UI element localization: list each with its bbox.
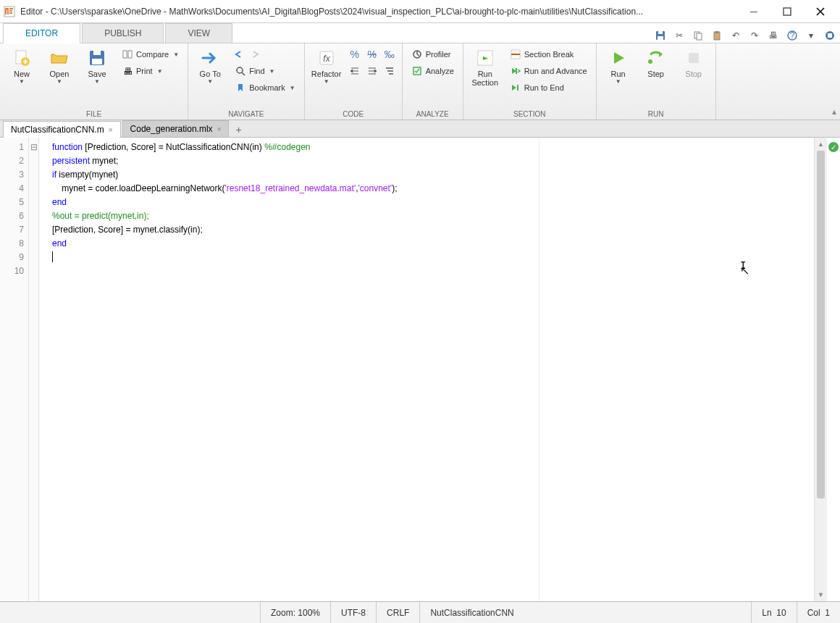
- bookmark-icon: [235, 82, 246, 93]
- close-tab-icon[interactable]: ×: [109, 126, 113, 134]
- code-analyzer-column: ✓: [827, 138, 840, 601]
- comment-icon[interactable]: %: [347, 46, 363, 62]
- close-button[interactable]: [804, 1, 837, 22]
- quick-access-toolbar: ✂ ↶ ↷ 🖶 ? ▾: [653, 28, 840, 43]
- maximize-button[interactable]: [770, 1, 804, 22]
- function-indicator[interactable]: NutClassificationCNN: [420, 602, 752, 623]
- nav-back-icon[interactable]: [230, 46, 246, 62]
- print-button[interactable]: 🖶 Print ▼: [117, 63, 183, 79]
- copy-icon[interactable]: [691, 28, 705, 43]
- scroll-up-icon[interactable]: ▲: [815, 138, 827, 151]
- run-section-button[interactable]: Run Section: [468, 46, 503, 88]
- profiler-button[interactable]: Profiler: [407, 46, 458, 62]
- code-line: mynet = coder.loadDeepLearningNetwork('r…: [52, 182, 814, 196]
- svg-rect-29: [517, 85, 518, 91]
- file-tab-label: Code_generation.mlx: [130, 124, 213, 134]
- run-to-end-icon: [510, 82, 521, 93]
- wrap-comment-icon[interactable]: ‰: [382, 46, 398, 62]
- goto-button[interactable]: Go To ▼: [193, 46, 227, 86]
- file-tabstrip: NutClassificationCNN.m × Code_generation…: [0, 120, 840, 138]
- scrollbar-thumb[interactable]: [817, 151, 825, 498]
- run-to-end-button[interactable]: Run to End: [505, 80, 592, 96]
- new-button[interactable]: New ▼: [4, 46, 39, 86]
- line-indicator[interactable]: Ln 10: [752, 602, 797, 623]
- group-label-navigate: NAVIGATE: [228, 108, 264, 120]
- minimize-button[interactable]: ─: [737, 1, 770, 22]
- nav-forward-icon[interactable]: [248, 46, 264, 62]
- chevron-down-icon: ▼: [19, 78, 25, 85]
- undo-icon[interactable]: ↶: [728, 28, 743, 43]
- bookmark-button[interactable]: Bookmark ▼: [230, 80, 299, 96]
- open-button[interactable]: Open ▼: [42, 46, 77, 86]
- layout-icon[interactable]: [823, 28, 837, 43]
- column-indicator[interactable]: Col 1: [797, 602, 840, 623]
- code-line: persistent mynet;: [52, 154, 814, 168]
- file-tab-1[interactable]: NutClassificationCNN.m ×: [3, 121, 121, 138]
- code-area[interactable]: function [Prediction, Score] = NutClassi…: [39, 138, 814, 601]
- analyzer-ok-icon[interactable]: ✓: [828, 142, 839, 152]
- vertical-scrollbar[interactable]: ▲ ▼: [814, 138, 827, 601]
- tab-editor[interactable]: EDITOR: [3, 23, 80, 43]
- help-icon[interactable]: ?: [785, 28, 799, 43]
- tab-view[interactable]: VIEW: [165, 23, 232, 43]
- step-button[interactable]: Step: [639, 46, 673, 80]
- section-break-icon: [510, 49, 521, 60]
- stop-button[interactable]: Stop: [676, 46, 711, 80]
- fold-column[interactable]: ⊟: [29, 138, 39, 601]
- svg-rect-1: [784, 8, 791, 15]
- paste-icon[interactable]: [710, 28, 724, 43]
- group-analyze: Profiler Analyze ANALYZE: [403, 43, 463, 120]
- redo-icon[interactable]: ↷: [747, 28, 762, 43]
- svg-rect-18: [123, 51, 127, 58]
- refactor-button[interactable]: fx Refactor ▼: [309, 46, 344, 86]
- line-number-gutter[interactable]: 1 2 3 4 5 6 7 8 9 10: [0, 138, 29, 601]
- svg-rect-16: [92, 59, 102, 64]
- compare-button[interactable]: Compare ▼: [117, 46, 183, 62]
- fold-minus-icon[interactable]: ⊟: [29, 141, 38, 154]
- chevron-down-icon: ▼: [56, 78, 62, 85]
- svg-rect-31: [689, 53, 699, 63]
- svg-rect-12: [828, 33, 832, 38]
- run-advance-button[interactable]: Run and Advance: [505, 63, 592, 79]
- file-tab-2[interactable]: Code_generation.mlx ×: [122, 120, 230, 137]
- text-cursor: [52, 251, 53, 262]
- smart-indent-icon[interactable]: [382, 63, 398, 79]
- outdent-icon[interactable]: [364, 63, 380, 79]
- collapse-ribbon-button[interactable]: ▴: [828, 43, 840, 120]
- search-dropdown-icon[interactable]: ▾: [804, 28, 818, 43]
- code-line: if isempty(mynet): [52, 168, 814, 182]
- encoding-indicator[interactable]: UTF-8: [331, 602, 377, 623]
- chevron-down-icon: ▼: [94, 78, 100, 85]
- step-icon: [646, 48, 666, 68]
- print-icon: 🖶: [122, 65, 133, 77]
- eol-indicator[interactable]: CRLF: [377, 602, 420, 623]
- stop-icon: [684, 48, 704, 68]
- status-bar: Zoom: 100% UTF-8 CRLF NutClassificationC…: [0, 601, 840, 623]
- cut-icon[interactable]: ✂: [672, 28, 686, 43]
- group-run: Run ▼ Step Stop RUN: [597, 43, 716, 120]
- save-icon[interactable]: [653, 28, 668, 43]
- run-button[interactable]: Run ▼: [601, 46, 636, 86]
- editor-area: 1 2 3 4 5 6 7 8 9 10 ⊟ function [Predict…: [0, 138, 840, 601]
- analyze-button[interactable]: Analyze: [407, 63, 458, 79]
- group-section: Run Section Section Break Run and Advanc…: [463, 43, 597, 120]
- save-button[interactable]: Save ▼: [80, 46, 114, 86]
- scroll-down-icon[interactable]: ▼: [815, 588, 827, 601]
- add-tab-button[interactable]: +: [230, 122, 246, 137]
- uncomment-icon[interactable]: %: [364, 46, 380, 62]
- file-tab-label: NutClassificationCNN.m: [11, 125, 104, 135]
- group-label-file: FILE: [86, 108, 101, 120]
- svg-text:?: ?: [790, 30, 795, 41]
- print-icon[interactable]: 🖶: [766, 28, 781, 43]
- code-line: [52, 251, 814, 264]
- find-icon: [235, 65, 246, 77]
- close-tab-icon[interactable]: ×: [217, 125, 222, 133]
- zoom-indicator[interactable]: Zoom: 100%: [261, 602, 331, 623]
- chevron-down-icon: ▼: [324, 78, 329, 85]
- tab-publish[interactable]: PUBLISH: [82, 23, 164, 43]
- code-line: end: [52, 196, 814, 209]
- group-label-analyze: ANALYZE: [416, 108, 449, 120]
- indent-icon[interactable]: [347, 63, 363, 79]
- section-break-button[interactable]: Section Break: [505, 46, 592, 62]
- find-button[interactable]: Find ▼: [230, 63, 299, 79]
